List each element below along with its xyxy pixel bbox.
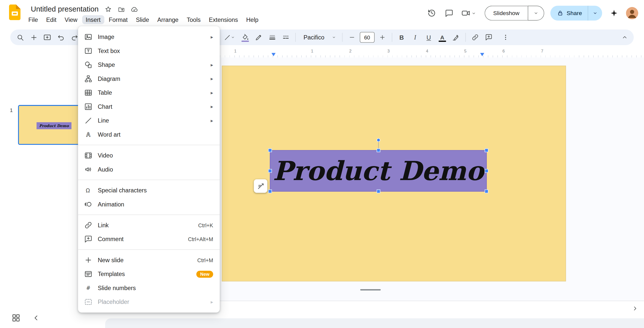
insert-menu-item-link[interactable]: Link Ctrl+K — [78, 218, 220, 232]
share-options-button[interactable] — [588, 6, 602, 21]
insert-menu-item-special-characters[interactable]: Ω Special characters — [78, 183, 220, 197]
ruler-number: 1 — [234, 49, 236, 53]
insert-menu-item-diagram[interactable]: Diagram ▸ — [78, 72, 220, 86]
meet-button[interactable] — [461, 9, 476, 18]
indent-marker-right[interactable] — [480, 53, 484, 56]
menubar-item-view[interactable]: View — [61, 15, 81, 24]
title-text-box[interactable]: Product Demo — [270, 150, 487, 192]
insert-menu-item-word-art[interactable]: A Word art — [78, 128, 220, 142]
document-title[interactable]: Untitled presentation — [31, 5, 99, 14]
insert-menu-item-animation[interactable]: Animation — [78, 197, 220, 211]
share-button[interactable]: Share — [550, 10, 588, 16]
comment-icon — [445, 9, 453, 17]
resize-handle-s[interactable] — [376, 190, 380, 193]
highlight-color-button[interactable] — [450, 32, 462, 43]
bold-button[interactable]: B — [396, 32, 407, 43]
border-dash-button[interactable] — [280, 32, 292, 43]
account-avatar[interactable] — [626, 7, 638, 19]
star-button[interactable] — [104, 6, 112, 13]
chevron-down-icon — [533, 11, 538, 16]
insert-menu-item-video[interactable]: Video — [78, 148, 220, 162]
menu-item-label: Chart — [98, 103, 211, 110]
insert-menu-item-text-box[interactable]: Text box — [78, 44, 220, 58]
resize-handle-e[interactable] — [485, 169, 488, 173]
insert-menu-item-table[interactable]: Table ▸ — [78, 86, 220, 100]
font-size-input[interactable] — [360, 32, 374, 42]
resize-handle-sw[interactable] — [268, 190, 272, 193]
insert-menu-item-line[interactable]: Line ▸ — [78, 114, 220, 128]
gemini-button[interactable] — [608, 7, 620, 19]
insert-menu-item-image[interactable]: Image ▸ — [78, 30, 220, 44]
submenu-arrow-icon: ▸ — [211, 62, 213, 68]
slideshow-button[interactable]: Slideshow — [485, 6, 528, 21]
menubar-item-edit[interactable]: Edit — [42, 15, 60, 24]
highlighter-icon — [452, 34, 459, 41]
line-tool-button[interactable] — [221, 32, 237, 43]
menubar-item-extensions[interactable]: Extensions — [205, 15, 242, 24]
insert-menu-item-chart[interactable]: Chart ▸ — [78, 100, 220, 114]
menu-item-label: Animation — [98, 201, 213, 207]
add-comment-button[interactable] — [483, 32, 494, 43]
link-icon — [84, 221, 93, 229]
increase-font-size-button[interactable] — [376, 32, 388, 43]
border-color-button[interactable] — [253, 32, 265, 43]
insert-menu-item-templates[interactable]: Templates New — [78, 267, 220, 281]
font-family-selector[interactable]: Pacifico — [299, 32, 338, 43]
horizontal-scroll-track[interactable] — [105, 318, 644, 328]
move-button[interactable] — [117, 6, 125, 13]
menubar-item-insert[interactable]: Insert — [82, 15, 104, 24]
menu-item-label: Audio — [98, 166, 213, 173]
version-history-button[interactable] — [426, 7, 437, 19]
text-color-button[interactable]: A — [437, 32, 448, 43]
hide-menus-button[interactable] — [619, 32, 630, 43]
resize-handle-ne[interactable] — [485, 148, 488, 152]
new-slide-button[interactable] — [41, 32, 53, 43]
border-weight-button[interactable] — [267, 32, 278, 43]
ruler-number: 1 — [311, 49, 313, 53]
insert-menu-item-new-slide[interactable]: New slide Ctrl+M — [78, 253, 220, 267]
decrease-font-size-button[interactable] — [346, 32, 358, 43]
video-icon — [84, 151, 93, 160]
menubar-item-slide[interactable]: Slide — [132, 15, 153, 24]
resize-handle-n[interactable] — [376, 148, 380, 152]
resize-handle-nw[interactable] — [268, 148, 272, 152]
menubar-item-file[interactable]: File — [25, 15, 42, 24]
menu-item-label: Special characters — [98, 187, 213, 194]
plus-icon — [84, 256, 93, 264]
insert-menu-item-audio[interactable]: Audio — [78, 162, 220, 177]
slides-logo[interactable] — [9, 5, 21, 20]
menubar-item-tools[interactable]: Tools — [183, 15, 204, 24]
menubar-item-help[interactable]: Help — [242, 15, 262, 24]
insert-link-button[interactable] — [469, 32, 481, 43]
insert-menu-item-slide-numbers[interactable]: # Slide numbers — [78, 281, 220, 295]
scroll-right-button[interactable] — [630, 304, 640, 313]
menu-divider — [78, 180, 220, 180]
grid-view-button[interactable] — [12, 313, 21, 322]
link-icon — [471, 34, 479, 41]
fill-color-button[interactable] — [239, 32, 251, 43]
undo-button[interactable] — [55, 32, 67, 43]
add-button[interactable] — [28, 32, 39, 43]
resize-handle-w[interactable] — [268, 169, 272, 173]
resize-handle-se[interactable] — [485, 190, 488, 193]
zoom-button[interactable] — [14, 32, 26, 43]
slideshow-options-button[interactable] — [528, 6, 544, 21]
line-icon — [224, 34, 231, 41]
underline-button[interactable]: U — [423, 32, 435, 43]
more-options-button[interactable] — [500, 32, 511, 43]
autofit-options-button[interactable] — [254, 179, 267, 193]
menubar-item-format[interactable]: Format — [105, 15, 131, 24]
notes-resize-handle[interactable] — [360, 289, 381, 290]
open-comments-button[interactable] — [444, 7, 455, 19]
italic-button[interactable]: I — [409, 32, 421, 43]
svg-text:A: A — [86, 131, 91, 138]
collapse-filmstrip-button[interactable] — [32, 314, 40, 322]
ruler-number: 4 — [426, 49, 428, 53]
document-status-button[interactable] — [131, 6, 138, 13]
insert-menu-item-comment[interactable]: Comment Ctrl+Alt+M — [78, 232, 220, 246]
ruler-number: 7 — [541, 49, 543, 53]
menubar-item-arrange[interactable]: Arrange — [154, 15, 182, 24]
indent-marker-left[interactable] — [272, 53, 276, 56]
rotation-handle[interactable] — [376, 138, 380, 142]
insert-menu-item-shape[interactable]: Shape ▸ — [78, 58, 220, 72]
